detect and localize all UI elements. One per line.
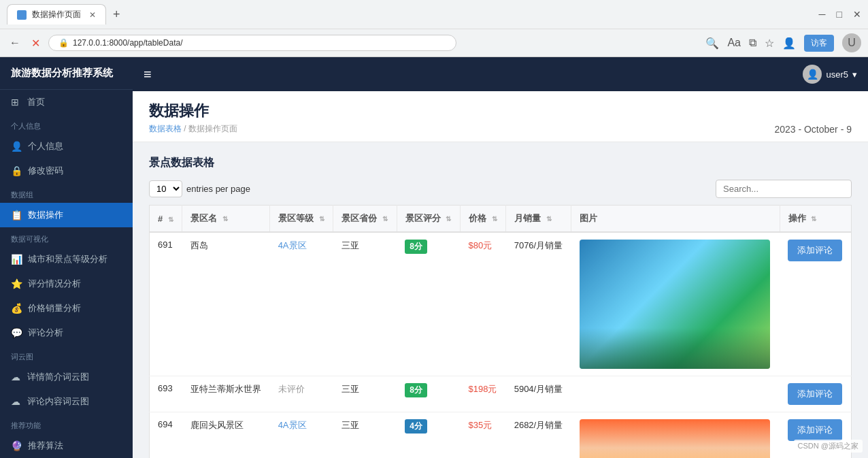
cell-name: 鹿回头风景区 bbox=[182, 412, 270, 459]
visit-button[interactable]: 访客 bbox=[804, 35, 834, 52]
browser-user-avatar[interactable]: U bbox=[842, 33, 861, 52]
col-score[interactable]: 景区评分 ⇅ bbox=[397, 206, 460, 233]
cell-id: 694 bbox=[150, 412, 182, 459]
cell-sales: 2682/月销量 bbox=[506, 412, 571, 459]
bookmark-icon[interactable]: ☆ bbox=[765, 37, 774, 50]
entries-label: entries per page bbox=[186, 184, 250, 194]
level-link[interactable]: 4A景区 bbox=[278, 420, 307, 430]
search-input[interactable] bbox=[716, 180, 852, 198]
sidebar-item-score-analysis[interactable]: ⭐ 评分情况分析 bbox=[0, 272, 133, 296]
user-dropdown-icon: ▾ bbox=[852, 69, 857, 80]
add-comment-button[interactable]: 添加评论 bbox=[788, 240, 842, 261]
col-name[interactable]: 景区名 ⇅ bbox=[182, 206, 270, 233]
tab-close-icon[interactable]: ✕ bbox=[89, 10, 96, 20]
cell-province: 三亚 bbox=[333, 232, 397, 376]
account-icon[interactable]: 👤 bbox=[782, 37, 796, 50]
sidebar-item-label: 评论内容词云图 bbox=[27, 395, 89, 408]
col-level[interactable]: 景区等级 ⇅ bbox=[270, 206, 333, 233]
sidebar-item-label: 城市和景点等级分析 bbox=[28, 253, 107, 265]
sidebar-item-label: 详情简介词云图 bbox=[27, 371, 89, 383]
col-price[interactable]: 价格 ⇅ bbox=[461, 206, 506, 233]
profile-icon: 👤 bbox=[11, 141, 22, 152]
sidebar-item-price-analysis[interactable]: 💰 价格销量分析 bbox=[0, 296, 133, 321]
cell-province: 三亚 bbox=[333, 376, 397, 412]
table-section: 景点数据表格 10 25 50 entries per page bbox=[133, 142, 868, 458]
sidebar-section-wordcloud: 词云图 bbox=[0, 345, 133, 365]
price-text: $35元 bbox=[469, 420, 493, 430]
add-comment-button[interactable]: 添加评论 bbox=[788, 419, 842, 441]
address-bar[interactable]: 🔒 127.0.0.1:8000/app/tableData/ bbox=[48, 35, 456, 51]
main-content: 数据操作 数据表格 / 数据操作页面 2023 - October - 9 景点… bbox=[133, 91, 868, 458]
cell-score: 8分 bbox=[397, 232, 460, 376]
col-action[interactable]: 操作 ⇅ bbox=[780, 206, 851, 233]
sidebar-item-comment-cloud[interactable]: ☁ 评论内容词云图 bbox=[0, 389, 133, 414]
tab-favicon bbox=[17, 10, 27, 20]
chart-icon: 📊 bbox=[11, 254, 22, 265]
search-tool-icon[interactable]: 🔍 bbox=[705, 37, 719, 50]
user-menu[interactable]: 👤 user5 ▾ bbox=[803, 65, 857, 84]
cell-province: 三亚 bbox=[333, 412, 397, 459]
sidebar-item-recommend[interactable]: 🔮 推荐算法 bbox=[0, 434, 133, 458]
url-text: 127.0.0.1:8000/app/tableData/ bbox=[73, 38, 182, 48]
menu-button[interactable]: ≡ bbox=[144, 67, 152, 82]
sidebar-section-data: 数据组 bbox=[0, 183, 133, 203]
cell-score: 8分 bbox=[397, 376, 460, 412]
cell-price: $198元 bbox=[461, 376, 506, 412]
breadcrumb: 数据表格 / 数据操作页面 bbox=[149, 123, 237, 135]
level-link[interactable]: 未评价 bbox=[278, 384, 305, 394]
sidebar: 旅游数据分析推荐系统 ⊞ 首页 个人信息 👤 个人信息 🔒 修改密码 数据组 📋… bbox=[0, 57, 133, 458]
sidebar-item-label: 数据操作 bbox=[28, 209, 63, 221]
user-avatar: 👤 bbox=[803, 65, 822, 84]
col-id[interactable]: # ⇅ bbox=[150, 206, 182, 233]
level-link[interactable]: 4A景区 bbox=[278, 240, 307, 250]
sidebar-item-label: 评论分析 bbox=[28, 327, 63, 339]
sidebar-item-label: 评分情况分析 bbox=[28, 278, 81, 290]
reader-mode-icon[interactable]: Aa bbox=[727, 37, 741, 49]
maximize-icon[interactable]: □ bbox=[837, 9, 842, 20]
split-view-icon[interactable]: ⧉ bbox=[749, 37, 756, 49]
sidebar-item-label: 修改密码 bbox=[28, 165, 63, 177]
col-sales[interactable]: 月销量 ⇅ bbox=[506, 206, 571, 233]
cell-level: 未评价 bbox=[270, 376, 333, 412]
cloud1-icon: ☁ bbox=[11, 372, 22, 382]
add-comment-button[interactable]: 添加评论 bbox=[788, 383, 842, 405]
sidebar-item-password[interactable]: 🔒 修改密码 bbox=[0, 159, 133, 183]
col-province[interactable]: 景区省份 ⇅ bbox=[333, 206, 397, 233]
cell-action: 添加评论 bbox=[780, 412, 851, 459]
lock-icon: 🔒 bbox=[11, 165, 22, 176]
star-icon: ⭐ bbox=[11, 278, 22, 289]
new-tab-button[interactable]: + bbox=[109, 7, 124, 22]
cell-price: $35元 bbox=[461, 412, 506, 459]
sidebar-item-comment-analysis[interactable]: 💬 评论分析 bbox=[0, 321, 133, 345]
scenic-image-sunset bbox=[580, 419, 770, 458]
app-title: 旅游数据分析推荐系统 bbox=[0, 57, 133, 90]
close-icon[interactable]: ✕ bbox=[853, 9, 861, 20]
recommend-icon: 🔮 bbox=[11, 440, 22, 451]
cell-level: 4A景区 bbox=[270, 412, 333, 459]
back-button[interactable]: ← bbox=[7, 35, 23, 50]
sidebar-item-home[interactable]: ⊞ 首页 bbox=[0, 90, 133, 114]
score-badge: 4分 bbox=[405, 419, 427, 434]
entries-control: 10 25 50 entries per page bbox=[149, 180, 250, 197]
entries-select[interactable]: 10 25 50 bbox=[149, 180, 182, 197]
cell-price: $80元 bbox=[461, 232, 506, 376]
date-display: 2023 - October - 9 bbox=[774, 124, 852, 135]
breadcrumb-current: 数据操作页面 bbox=[188, 124, 237, 133]
cell-action: 添加评论 bbox=[780, 232, 851, 376]
table-row: 691 西岛 4A景区 三亚 8分 $80元 bbox=[150, 232, 852, 376]
sidebar-item-city-analysis[interactable]: 📊 城市和景点等级分析 bbox=[0, 247, 133, 272]
cell-sales: 7076/月销量 bbox=[506, 232, 571, 376]
data-ops-icon: 📋 bbox=[11, 210, 22, 220]
active-tab[interactable]: 数据操作页面 ✕ bbox=[7, 4, 106, 24]
minimize-icon[interactable]: ─ bbox=[819, 9, 826, 20]
sidebar-item-profile[interactable]: 👤 个人信息 bbox=[0, 134, 133, 159]
score-badge: 8分 bbox=[405, 240, 427, 254]
breadcrumb-root[interactable]: 数据表格 bbox=[149, 124, 182, 133]
sidebar-item-intro-cloud[interactable]: ☁ 详情简介词云图 bbox=[0, 365, 133, 389]
reload-button[interactable]: ✕ bbox=[29, 35, 43, 51]
money-icon: 💰 bbox=[11, 303, 22, 314]
sidebar-section-visualization: 数据可视化 bbox=[0, 227, 133, 247]
sidebar-item-data-ops[interactable]: 📋 数据操作 bbox=[0, 203, 133, 227]
section-title: 景点数据表格 bbox=[149, 156, 852, 170]
sidebar-item-label: 个人信息 bbox=[28, 140, 63, 152]
